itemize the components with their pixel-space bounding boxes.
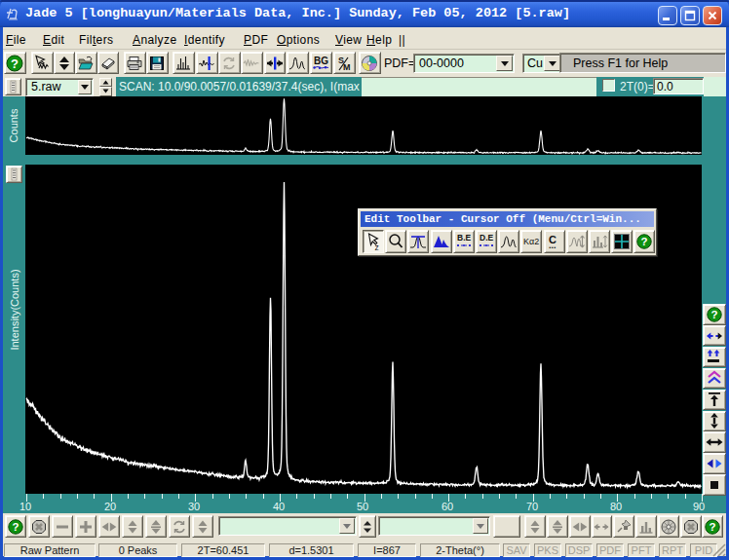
svg-text:?: ?: [710, 309, 717, 320]
svg-text:?: ?: [709, 521, 715, 533]
svg-text:Kα2: Kα2: [523, 237, 539, 246]
svg-text:?: ?: [11, 56, 19, 70]
svg-text:B.E: B.E: [457, 233, 472, 243]
svg-text:...: ...: [549, 241, 556, 250]
svg-text:BG: BG: [314, 56, 328, 66]
svg-text:?: ?: [641, 236, 648, 247]
svg-text:D.E: D.E: [480, 233, 494, 243]
svg-text:z: z: [375, 243, 379, 252]
svg-text:?: ?: [12, 521, 19, 533]
